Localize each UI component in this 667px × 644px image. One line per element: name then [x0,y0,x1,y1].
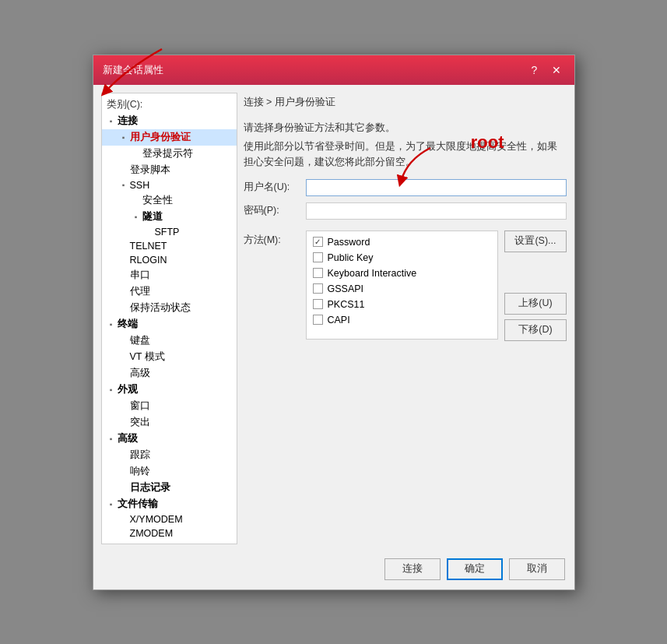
tree-item-connect[interactable]: ▪ 连接 [102,113,237,129]
tree-item-appearance[interactable]: ▪ 外观 [102,382,237,398]
tree-label-window: 窗口 [130,399,237,413]
method-label-capi: CAPI [328,315,350,326]
method-item-public-key[interactable]: Public Key [311,250,493,266]
tree-label-sftp: SFTP [155,227,237,238]
tree-item-login-script[interactable]: 登录脚本 [102,162,237,178]
tree-item-keepalive[interactable]: 保持活动状态 [102,300,237,316]
method-area: Password Public Key Keyboard Interactive [306,231,567,341]
tree-label-login-script: 登录脚本 [130,164,237,177]
breadcrumb: 连接 > 用户身份验证 [244,93,567,114]
description-line2: 使用此部分以节省登录时间。但是，为了最大限度地提高安全性，如果担心安全问题，建议… [244,139,567,170]
username-input[interactable] [306,179,567,196]
tree-label-zmodem: ZMODEM [130,528,237,539]
dialog-body: 类别(C): ▪ 连接 ▪ 用户身份验证 登录提示符 登录脚本 ▪ [93,85,574,552]
tree-item-serial[interactable]: 串口 [102,267,237,283]
tree-item-vt-mode[interactable]: VT 模式 [102,349,237,365]
tree-label-keyboard: 键盘 [130,334,237,347]
expander-terminal: ▪ [105,320,118,329]
tree-item-xymodem[interactable]: X/YMODEM [102,512,237,526]
dialog-title: 新建会话属性 [103,63,163,77]
tree-item-advanced-terminal[interactable]: 高级 [102,365,237,382]
tree-item-ssh[interactable]: ▪ SSH [102,178,237,192]
method-side-buttons: 设置(S)... 上移(U) 下移(D) [504,231,566,341]
tree-label-xymodem: X/YMODEM [130,514,237,525]
tree-label-file-transfer: 文件传输 [118,498,237,511]
tree-label-advanced-terminal: 高级 [130,367,237,380]
tree-label-ssh: SSH [130,180,237,191]
checkbox-keyboard-interactive[interactable] [313,268,323,278]
tree-item-terminal[interactable]: ▪ 终端 [102,316,237,333]
method-label-pkcs11: PKCS11 [328,299,365,310]
method-item-keyboard-interactive[interactable]: Keyboard Interactive [311,266,493,281]
method-label-gssapi: GSSAPI [328,283,364,294]
checkbox-public-key[interactable] [313,252,323,262]
expander-user-auth: ▪ [118,133,130,142]
method-box: Password Public Key Keyboard Interactive [306,231,499,340]
password-label: 密码(P): [244,204,306,217]
tree-item-login-prompt[interactable]: 登录提示符 [102,146,237,162]
tree-item-security[interactable]: 安全性 [102,192,237,209]
tree-item-sftp[interactable]: SFTP [102,225,237,239]
method-label: 方法(M): [244,231,306,247]
tree-label-bell: 响铃 [130,465,237,478]
tree-item-window[interactable]: 窗口 [102,398,237,414]
dialog-footer: 连接 确定 取消 [93,552,574,589]
expander-ssh: ▪ [118,181,130,189]
tree-item-rlogin[interactable]: RLOGIN [102,253,237,267]
tree-item-trace[interactable]: 跟踪 [102,447,237,463]
tree-item-log[interactable]: 日志记录 [102,480,237,496]
tree-label-appearance: 外观 [118,383,237,396]
tree-item-telnet[interactable]: TELNET [102,239,237,253]
tree-label-rlogin: RLOGIN [130,255,237,266]
method-item-pkcs11[interactable]: PKCS11 [311,297,493,312]
description: 请选择身份验证方法和其它参数。 使用此部分以节省登录时间。但是，为了最大限度地提… [244,120,567,170]
connect-button[interactable]: 连接 [384,558,441,580]
checkbox-gssapi[interactable] [313,283,323,294]
checkbox-password[interactable] [313,237,323,247]
tree-label-tunnel: 隧道 [142,210,237,223]
description-line1: 请选择身份验证方法和其它参数。 [244,120,567,135]
password-row: 密码(P): [244,202,567,220]
method-label-keyboard-interactive: Keyboard Interactive [328,268,417,279]
checkbox-capi[interactable] [313,315,323,325]
method-item-password[interactable]: Password [311,234,493,250]
method-item-capi[interactable]: CAPI [311,312,493,328]
method-label-password: Password [328,237,370,248]
tree-item-user-auth[interactable]: ▪ 用户身份验证 [102,129,237,146]
settings-button[interactable]: 设置(S)... [504,231,566,252]
tree-label-terminal: 终端 [118,318,237,331]
content-panel: 连接 > 用户身份验证 请选择身份验证方法和其它参数。 使用此部分以节省登录时间… [244,93,567,544]
username-label: 用户名(U): [244,181,306,194]
tree-item-tunnel[interactable]: ▪ 隧道 [102,209,237,225]
checkbox-pkcs11[interactable] [313,299,323,309]
tree-item-protrude[interactable]: 突出 [102,414,237,431]
tree-item-proxy[interactable]: 代理 [102,283,237,300]
tree-item-file-transfer[interactable]: ▪ 文件传输 [102,496,237,512]
password-input[interactable] [306,202,567,220]
method-item-gssapi[interactable]: GSSAPI [311,281,493,297]
help-button[interactable]: ? [526,62,543,79]
tree-label-serial: 串口 [130,269,237,282]
expander-advanced-main: ▪ [105,435,118,443]
tree-label-login-prompt: 登录提示符 [142,147,237,160]
tree-label-connect: 连接 [118,114,237,128]
username-row: 用户名(U): [244,179,567,196]
tree-label-advanced-main: 高级 [118,432,237,445]
tree-item-advanced-main[interactable]: ▪ 高级 [102,431,237,447]
tree-item-keyboard[interactable]: 键盘 [102,333,237,349]
expander-file-transfer: ▪ [105,500,118,509]
cancel-button[interactable]: 取消 [509,558,565,580]
move-down-button[interactable]: 下移(D) [504,319,566,341]
tree-item-zmodem[interactable]: ZMODEM [102,526,237,540]
tree-item-bell[interactable]: 响铃 [102,463,237,480]
close-button[interactable]: ✕ [548,62,565,79]
move-up-button[interactable]: 上移(U) [504,293,566,315]
spacer [504,257,566,288]
tree-label-proxy: 代理 [130,285,237,298]
tree-label-keepalive: 保持活动状态 [130,301,237,315]
dialog-window: 新建会话属性 ? ✕ 类别(C): ▪ 连接 ▪ 用户身份验证 登录提示符 [93,55,575,590]
ok-button[interactable]: 确定 [447,558,503,580]
method-label-public-key: Public Key [328,252,374,263]
tree-label-user-auth: 用户身份验证 [130,131,237,144]
tree-panel: 类别(C): ▪ 连接 ▪ 用户身份验证 登录提示符 登录脚本 ▪ [101,93,237,544]
